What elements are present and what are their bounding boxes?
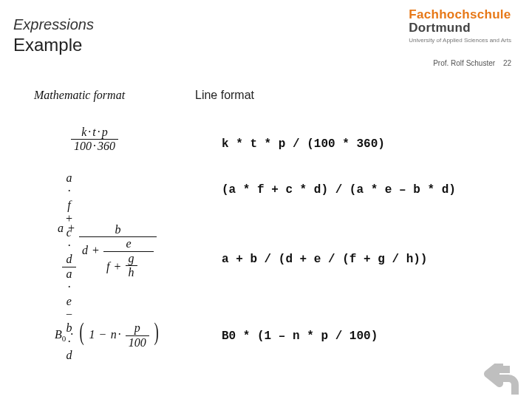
supertitle: Expressions bbox=[13, 16, 94, 33]
m3-h: h bbox=[126, 266, 137, 279]
brand-line2: Dortmund bbox=[409, 21, 511, 35]
m1-p: p bbox=[102, 126, 108, 138]
m3-plus-2: + bbox=[91, 244, 100, 256]
m3-plus-3: + bbox=[113, 260, 123, 273]
author: Prof. Rolf Schuster bbox=[433, 59, 495, 67]
math-format-4: B0 · ( 1 − n· p 100 ) bbox=[55, 316, 160, 349]
line-format-3: a + b / (d + e / (f + g / h)) bbox=[222, 253, 427, 266]
m3-b: b bbox=[79, 223, 157, 237]
m3-d: d bbox=[82, 244, 88, 256]
column-header-math: Mathematic format bbox=[34, 89, 125, 102]
title: Example bbox=[13, 35, 94, 55]
m1-100: 100 bbox=[74, 140, 92, 152]
brand-block: Fachhochschule Dortmund University of Ap… bbox=[409, 7, 511, 44]
m3-g: g bbox=[126, 252, 137, 266]
footer: Prof. Rolf Schuster 22 bbox=[433, 59, 511, 67]
line-format-1: k * t * p / (100 * 360) bbox=[222, 137, 385, 151]
line-format-4: B0 * (1 – n * p / 100) bbox=[222, 330, 378, 343]
column-header-line: Line format bbox=[195, 89, 254, 102]
brand-line1: Fachhochschule bbox=[409, 7, 511, 22]
m4-minus: − bbox=[98, 328, 108, 341]
m3-plus-1: + bbox=[66, 222, 76, 234]
m3-a: a bbox=[58, 222, 64, 234]
m4-100: 100 bbox=[126, 336, 149, 349]
page-number: 22 bbox=[503, 59, 511, 67]
m4-n: n bbox=[111, 328, 117, 341]
m4-p: p bbox=[126, 321, 149, 335]
m3-e: e bbox=[103, 237, 154, 251]
m4-B: B bbox=[55, 328, 62, 341]
m3-f: f bbox=[106, 260, 109, 273]
brand-tagline: University of Applied Sciences and Arts bbox=[409, 37, 511, 44]
slide-heading: Expressions Example bbox=[13, 16, 94, 55]
math-format-3: a + b d + e f + g h bbox=[58, 222, 157, 279]
m4-sub0: 0 bbox=[62, 334, 66, 343]
line-format-2: (a * f + c * d) / (a * e – b * d) bbox=[222, 183, 456, 197]
m1-360: 360 bbox=[98, 140, 115, 152]
math-format-1: k·t·p 100·360 bbox=[71, 126, 118, 154]
m4-one: 1 bbox=[89, 328, 95, 341]
undo-arrow-icon[interactable] bbox=[483, 364, 522, 395]
